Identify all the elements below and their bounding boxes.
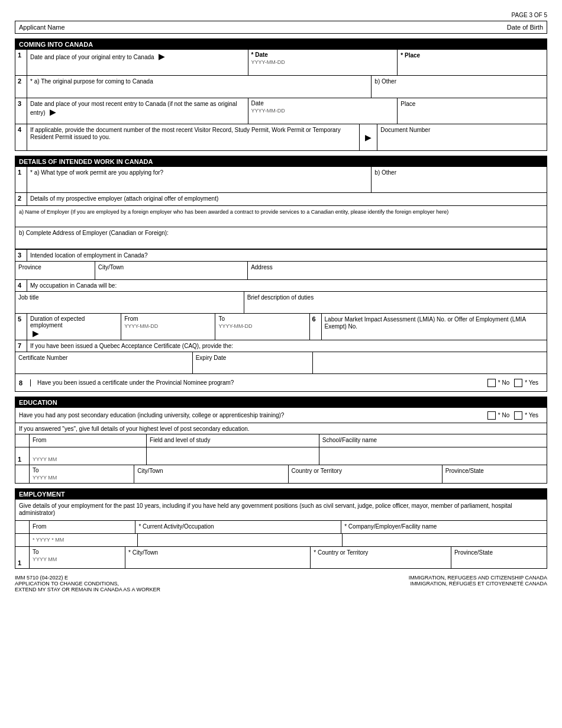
edu-yes-checkbox[interactable] <box>514 411 522 420</box>
edu-school-label: School/Facility name <box>322 437 377 443</box>
edu-no-checkbox-area: * No <box>487 411 509 420</box>
row-num-3: 3 <box>18 100 21 107</box>
arrow-icon-4: ▶ <box>33 328 115 338</box>
date-of-birth-label: Date of Birth <box>507 24 543 31</box>
province-label: Province <box>18 264 41 270</box>
emp-to-label: To <box>33 549 122 555</box>
row-num-4: 4 <box>18 126 21 133</box>
row3-date-label: Date <box>251 100 395 107</box>
to-hint: YYYY-MM-DD <box>218 323 306 329</box>
page-indicator: PAGE 3 OF 5 <box>512 12 547 18</box>
emp-city-label: * City/Town <box>128 549 158 556</box>
employment-section: EMPLOYMENT Give details of your employme… <box>15 488 547 569</box>
footer-left-1: IMM 5710 (04-2022) E <box>15 575 160 581</box>
edu-no-label: * No <box>498 412 509 418</box>
coming-into-canada-header: COMING INTO CANADA <box>15 39 547 50</box>
work-row1-label-a: * a) What type of work permit are you ap… <box>30 169 163 176</box>
education-header: EDUCATION <box>15 397 547 408</box>
edu-to-label: To <box>33 467 131 473</box>
to-label: To <box>218 315 306 322</box>
work-row8-label: Have you been issued a certificate under… <box>34 379 487 386</box>
arrow-icon: ▶ <box>159 51 165 61</box>
edu-yes-checkbox-area: * Yes <box>514 411 538 420</box>
details-work-section: DETAILS OF INTENDED WORK IN CANADA 1 * a… <box>15 156 547 392</box>
page-footer: IMM 5710 (04-2022) E APPLICATION TO CHAN… <box>15 575 547 592</box>
edu-from-label: From <box>33 437 46 443</box>
work-row-7: 7 If you have been issued a Quebec Accep… <box>15 340 547 373</box>
applicant-name-label: Applicant Name <box>19 24 65 31</box>
work-row1-label-b: b) Other <box>374 169 396 176</box>
footer-left: IMM 5710 (04-2022) E APPLICATION TO CHAN… <box>15 575 160 592</box>
emp-activity-label: * Current Activity/Occupation <box>138 523 214 530</box>
emp-from-label: From <box>33 523 46 530</box>
work-row-2: 2 Details of my prospective employer (at… <box>15 193 547 249</box>
row2-label-b: b) Other <box>374 78 396 85</box>
address-label: Address <box>251 264 273 270</box>
row-num-2: 2 <box>18 78 21 85</box>
work-row4-label: My occupation in Canada will be: <box>30 282 117 289</box>
cert-label: Certificate Number <box>18 355 67 361</box>
employment-description: Give details of your employment for the … <box>19 502 512 516</box>
yes-label: * Yes <box>525 379 538 386</box>
row2-label-a: * a) The original purpose for coming to … <box>30 78 153 85</box>
emp-country-label: * Country or Territory <box>314 549 368 556</box>
work-row-1: 1 * a) What type of work permit are you … <box>15 167 547 193</box>
education-question: Have you had any post secondary educatio… <box>19 412 487 418</box>
row4-label: If applicable, provide the document numb… <box>30 127 341 140</box>
edu-row-num: 1 <box>18 456 21 463</box>
coming-row-2: 2 * a) The original purpose for coming t… <box>15 76 547 98</box>
footer-right: IMMIGRATION, REFUGEES AND CITIZENSHIP CA… <box>409 575 547 592</box>
job-title-label: Job title <box>18 294 38 301</box>
from-hint: YYYY-MM-DD <box>124 323 212 329</box>
no-label: * No <box>498 379 509 386</box>
row-num-1: 1 <box>18 51 21 59</box>
yes-checkbox-area: * Yes <box>514 379 538 387</box>
emp-row-num: 1 <box>18 559 21 566</box>
row3-label: Date and place of your most recent entry… <box>30 101 237 116</box>
edu-country-label: Country or Territory <box>292 468 342 474</box>
duration-label: Duration of expected employment <box>30 315 118 328</box>
coming-row-3: 3 Date and place of your most recent ent… <box>15 98 547 124</box>
date-label: * Date <box>251 51 395 58</box>
education-section: EDUCATION Have you had any post secondar… <box>15 397 547 484</box>
work-row2-label: Details of my prospective employer (atta… <box>30 195 218 202</box>
edu-to-hint: YYYY MM <box>33 475 131 481</box>
from-label: From <box>124 315 212 322</box>
applicant-bar: Applicant Name Date of Birth <box>15 21 547 34</box>
footer-left-3: EXTEND MY STAY OR REMAIN IN CANADA AS A … <box>15 587 160 592</box>
city-label: City/Town <box>98 264 124 270</box>
yes-checkbox[interactable] <box>514 379 522 387</box>
work-row2-label-a: a) Name of Employer (If you are employed… <box>19 209 448 215</box>
place-label: * Place <box>400 52 420 59</box>
coming-row-1: 1 Date and place of your original entry … <box>15 50 547 76</box>
details-work-header: DETAILS OF INTENDED WORK IN CANADA <box>15 156 547 167</box>
emp-company-label: * Company/Employer/Facility name <box>344 523 437 530</box>
row3-place-label: Place <box>400 101 415 107</box>
date-hint: YYYY-MM-DD <box>251 59 395 65</box>
row1-label: Date and place of your original entry to… <box>30 54 154 60</box>
edu-province-label: Province/State <box>445 468 484 474</box>
no-checkbox[interactable] <box>487 379 496 387</box>
edu-if-yes: If you answered "yes", give full details… <box>19 426 250 432</box>
coming-into-canada-section: COMING INTO CANADA 1 Date and place of y… <box>15 38 547 151</box>
footer-right-2: IMMIGRATION, RÉFUGIÉS ET CITOYENNETÉ CAN… <box>409 581 547 587</box>
no-checkbox-area: * No <box>487 379 509 387</box>
emp-to-hint: YYYY MM <box>33 556 122 562</box>
employment-header: EMPLOYMENT <box>15 489 547 500</box>
work-row-8: 8 Have you been issued a certificate und… <box>15 373 547 391</box>
emp-province-label: Province/State <box>454 549 493 556</box>
arrow-icon-2: ▶ <box>50 107 56 117</box>
footer-right-1: IMMIGRATION, REFUGEES AND CITIZENSHIP CA… <box>409 575 547 581</box>
duties-label: Brief description of duties <box>247 294 314 301</box>
coming-row-4: 4 If applicable, provide the document nu… <box>15 124 547 150</box>
work-row3-label: Intended location of employment in Canad… <box>30 252 147 259</box>
edu-yes-label: * Yes <box>525 412 538 418</box>
edu-no-checkbox[interactable] <box>487 411 496 420</box>
edu-from-hint: YYYY MM <box>33 456 143 462</box>
footer-left-2: APPLICATION TO CHANGE CONDITIONS, <box>15 581 160 587</box>
expiry-label: Expiry Date <box>196 355 227 361</box>
row3-date-hint: YYYY-MM-DD <box>251 108 395 114</box>
work-row-5-6: 5 Duration of expected employment ▶ From… <box>15 313 547 340</box>
lmia-label: Labour Market Impact Assessment (LMIA) N… <box>325 316 526 330</box>
doc-label: Document Number <box>380 127 430 133</box>
